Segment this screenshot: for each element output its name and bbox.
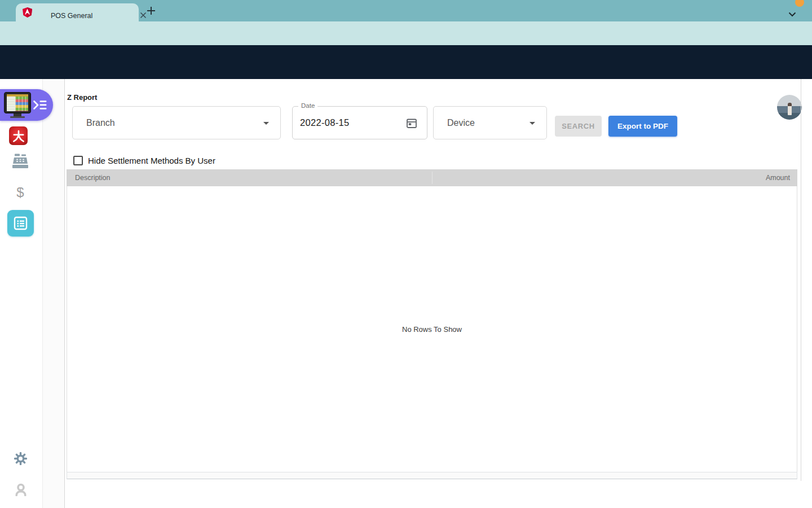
menu-open-icon bbox=[33, 99, 48, 111]
table-horizontal-scrollbar[interactable] bbox=[67, 472, 797, 479]
chevron-down-icon bbox=[529, 122, 535, 125]
date-input[interactable]: Date 2022-08-15 bbox=[292, 106, 427, 139]
hide-settlement-label: Hide Settlement Methods By User bbox=[88, 156, 215, 165]
browser-toolbar: akaun.cloud/#/applet/tnt/wavelet/erp/pos… bbox=[0, 21, 812, 45]
browser-tab-strip: POS General bbox=[0, 0, 812, 21]
sidebar-item-da-applet[interactable] bbox=[9, 126, 28, 145]
pos-terminal-image bbox=[3, 91, 32, 119]
tab-close-icon[interactable] bbox=[140, 12, 147, 19]
sidebar-item-report-active[interactable] bbox=[7, 210, 34, 237]
chevron-down-icon bbox=[263, 122, 269, 125]
new-tab-button[interactable] bbox=[147, 6, 156, 15]
content-left-border bbox=[64, 79, 65, 508]
export-to-pdf-button[interactable]: Export to PDF bbox=[608, 116, 677, 137]
user-avatar[interactable] bbox=[777, 95, 802, 120]
browser-tab-pos-general[interactable]: POS General bbox=[16, 3, 139, 21]
tab-search-chevron-icon[interactable] bbox=[788, 12, 796, 17]
calendar-icon[interactable] bbox=[406, 117, 417, 129]
sidebar-account-person-icon[interactable] bbox=[15, 483, 27, 496]
da-character-icon bbox=[12, 129, 25, 143]
form-list-icon bbox=[13, 216, 28, 231]
screen: POS General akaun.cloud/ bbox=[0, 0, 812, 508]
column-divider bbox=[432, 172, 433, 184]
sidebar-item-pos-applet-active[interactable] bbox=[0, 89, 53, 121]
search-button[interactable]: SEARCH bbox=[555, 116, 602, 137]
table-body: No Rows To Show bbox=[67, 186, 797, 472]
hide-settlement-checkbox[interactable] bbox=[73, 156, 83, 165]
table-header: Description Amount bbox=[67, 169, 797, 186]
device-select-value: Device bbox=[447, 118, 475, 128]
column-header-amount[interactable]: Amount bbox=[766, 174, 790, 182]
empty-table-message: No Rows To Show bbox=[402, 325, 462, 334]
hide-settlement-row: Hide Settlement Methods By User bbox=[73, 156, 215, 165]
angular-favicon bbox=[23, 7, 32, 17]
date-input-value: 2022-08-15 bbox=[300, 117, 349, 128]
sidebar-item-dollar-icon[interactable]: $ bbox=[12, 184, 28, 201]
app-header: akaun bbox=[0, 45, 812, 79]
branch-select-value: Branch bbox=[86, 118, 115, 128]
sidebar-item-cash-register[interactable] bbox=[12, 154, 29, 169]
content-gutter bbox=[43, 79, 64, 508]
branch-select[interactable]: Branch bbox=[72, 106, 281, 139]
page-title: Z Report bbox=[67, 93, 97, 102]
tab-title: POS General bbox=[51, 12, 92, 20]
status-dot bbox=[795, 0, 804, 7]
content-right-border bbox=[801, 79, 801, 481]
date-input-label: Date bbox=[298, 102, 317, 109]
column-header-description[interactable]: Description bbox=[75, 174, 111, 182]
device-select[interactable]: Device bbox=[433, 106, 547, 139]
sidebar-settings-gear-icon[interactable] bbox=[14, 452, 27, 465]
